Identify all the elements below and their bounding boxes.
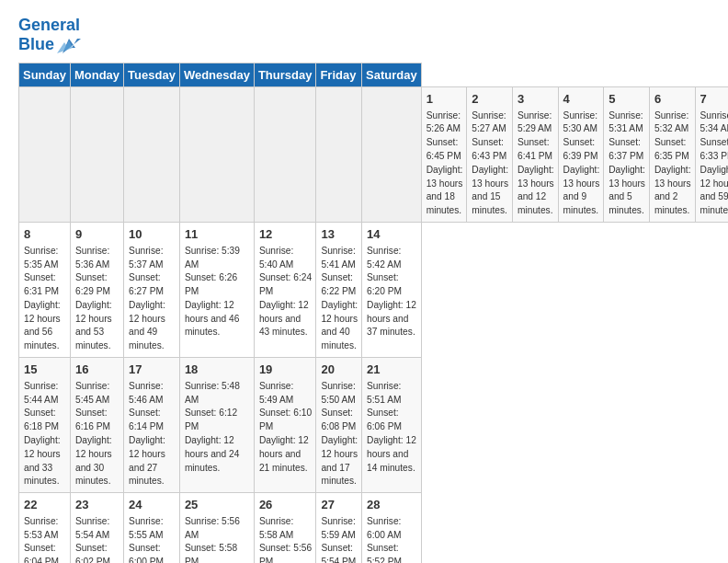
cal-cell: 18Sunrise: 5:48 AMSunset: 6:12 PMDayligh…	[179, 357, 254, 492]
sunset-text: Sunset: 6:35 PM	[654, 137, 689, 161]
sunrise-text: Sunrise: 5:27 AM	[472, 110, 506, 134]
daylight-text: Daylight: 12 hours and 40 minutes.	[321, 300, 358, 350]
sunset-text: Sunset: 6:26 PM	[185, 272, 237, 296]
cal-cell	[254, 86, 316, 222]
day-number: 1	[427, 91, 463, 109]
cal-cell	[19, 86, 71, 222]
sunrise-text: Sunrise: 5:58 AM	[259, 516, 293, 540]
day-number: 17	[129, 362, 176, 379]
day-number: 3	[518, 91, 554, 109]
cal-cell: 10Sunrise: 5:37 AMSunset: 6:27 PMDayligh…	[124, 222, 180, 357]
cal-cell: 21Sunrise: 5:51 AMSunset: 6:06 PMDayligh…	[362, 357, 422, 492]
daylight-text: Daylight: 12 hours and 46 minutes.	[185, 300, 239, 338]
cal-cell: 25Sunrise: 5:56 AMSunset: 5:58 PMDayligh…	[179, 493, 254, 563]
week-row-1: 1Sunrise: 5:26 AMSunset: 6:45 PMDaylight…	[19, 86, 729, 222]
day-number: 9	[75, 226, 119, 244]
day-number: 27	[321, 497, 358, 514]
sunset-text: Sunset: 6:41 PM	[518, 137, 552, 161]
sunset-text: Sunset: 5:52 PM	[367, 543, 402, 563]
day-number: 20	[321, 362, 358, 379]
cal-cell: 23Sunrise: 5:54 AMSunset: 6:02 PMDayligh…	[70, 493, 123, 563]
day-number: 19	[259, 362, 313, 379]
sunrise-text: Sunrise: 5:29 AM	[518, 110, 552, 134]
day-number: 4	[563, 91, 600, 109]
sunset-text: Sunset: 6:12 PM	[185, 408, 237, 431]
col-header-saturday: Saturday	[362, 63, 422, 86]
cal-cell: 7Sunrise: 5:34 AMSunset: 6:33 PMDaylight…	[695, 86, 728, 222]
cal-cell: 19Sunrise: 5:49 AMSunset: 6:10 PMDayligh…	[254, 357, 316, 492]
sunset-text: Sunset: 5:54 PM	[321, 543, 356, 563]
sunrise-text: Sunrise: 5:48 AM	[185, 381, 240, 405]
sunrise-text: Sunrise: 5:45 AM	[75, 381, 109, 405]
sunrise-text: Sunrise: 5:55 AM	[129, 516, 163, 540]
sunrise-text: Sunrise: 5:32 AM	[654, 110, 688, 134]
cal-cell: 11Sunrise: 5:39 AMSunset: 6:26 PMDayligh…	[179, 222, 254, 357]
day-number: 2	[472, 91, 508, 109]
week-row-3: 15Sunrise: 5:44 AMSunset: 6:18 PMDayligh…	[19, 357, 729, 492]
day-number: 10	[129, 226, 176, 244]
day-number: 7	[700, 91, 728, 109]
cal-cell: 16Sunrise: 5:45 AMSunset: 6:16 PMDayligh…	[70, 357, 123, 492]
col-header-tuesday: Tuesday	[124, 63, 180, 86]
sunset-text: Sunset: 6:20 PM	[367, 272, 402, 296]
daylight-text: Daylight: 12 hours and 43 minutes.	[259, 300, 309, 338]
daylight-text: Daylight: 12 hours and 33 minutes.	[24, 435, 61, 486]
daylight-text: Daylight: 13 hours and 5 minutes.	[609, 165, 645, 215]
sunrise-text: Sunrise: 5:46 AM	[129, 381, 163, 405]
day-number: 24	[129, 497, 176, 514]
daylight-text: Daylight: 12 hours and 53 minutes.	[75, 300, 112, 350]
sunrise-text: Sunrise: 5:54 AM	[75, 516, 109, 540]
day-number: 16	[75, 362, 119, 379]
week-row-4: 22Sunrise: 5:53 AMSunset: 6:04 PMDayligh…	[19, 493, 729, 563]
cal-cell: 6Sunrise: 5:32 AMSunset: 6:35 PMDaylight…	[649, 86, 695, 222]
logo-text: General	[18, 17, 81, 35]
day-number: 13	[321, 226, 358, 244]
sunrise-text: Sunrise: 5:40 AM	[259, 246, 293, 270]
sunset-text: Sunset: 6:02 PM	[75, 543, 110, 563]
day-number: 28	[367, 497, 417, 514]
daylight-text: Daylight: 12 hours and 27 minutes.	[129, 435, 165, 486]
sunset-text: Sunset: 6:24 PM	[259, 272, 312, 296]
sunrise-text: Sunrise: 5:51 AM	[367, 381, 401, 405]
cal-cell	[124, 86, 180, 222]
daylight-text: Daylight: 12 hours and 14 minutes.	[367, 435, 416, 473]
daylight-text: Daylight: 12 hours and 30 minutes.	[75, 435, 112, 486]
day-number: 22	[24, 497, 66, 514]
day-number: 18	[185, 362, 250, 379]
sunset-text: Sunset: 6:18 PM	[24, 408, 59, 431]
sunrise-text: Sunrise: 5:41 AM	[321, 246, 355, 270]
cal-cell	[70, 86, 123, 222]
sunrise-text: Sunrise: 5:44 AM	[24, 381, 58, 405]
sunset-text: Sunset: 6:43 PM	[472, 137, 506, 161]
day-number: 21	[367, 362, 417, 379]
calendar-table: SundayMondayTuesdayWednesdayThursdayFrid…	[18, 63, 728, 563]
sunrise-text: Sunrise: 5:50 AM	[321, 381, 355, 405]
cal-cell: 24Sunrise: 5:55 AMSunset: 6:00 PMDayligh…	[124, 493, 180, 563]
daylight-text: Daylight: 12 hours and 56 minutes.	[24, 300, 61, 350]
sunset-text: Sunset: 6:37 PM	[609, 137, 643, 161]
sunset-text: Sunset: 6:31 PM	[24, 272, 59, 296]
header-row: SundayMondayTuesdayWednesdayThursdayFrid…	[19, 63, 729, 86]
day-number: 12	[259, 226, 313, 244]
sunrise-text: Sunrise: 5:36 AM	[75, 246, 109, 270]
cal-cell: 2Sunrise: 5:27 AMSunset: 6:43 PMDaylight…	[467, 86, 513, 222]
day-number: 6	[654, 91, 691, 109]
header: General Blue	[18, 17, 710, 55]
daylight-text: Daylight: 13 hours and 9 minutes.	[563, 165, 600, 215]
sunset-text: Sunset: 6:04 PM	[24, 543, 59, 563]
sunrise-text: Sunrise: 5:39 AM	[185, 246, 240, 270]
col-header-friday: Friday	[316, 63, 362, 86]
daylight-text: Daylight: 12 hours and 17 minutes.	[321, 435, 358, 486]
cal-cell	[179, 86, 254, 222]
cal-cell: 4Sunrise: 5:30 AMSunset: 6:39 PMDaylight…	[558, 86, 604, 222]
cal-cell: 20Sunrise: 5:50 AMSunset: 6:08 PMDayligh…	[316, 357, 362, 492]
day-number: 11	[185, 226, 250, 244]
week-row-2: 8Sunrise: 5:35 AMSunset: 6:31 PMDaylight…	[19, 222, 729, 357]
cal-cell: 14Sunrise: 5:42 AMSunset: 6:20 PMDayligh…	[362, 222, 422, 357]
day-number: 25	[185, 497, 250, 514]
logo-blue: Blue	[18, 36, 54, 54]
cal-cell: 1Sunrise: 5:26 AMSunset: 6:45 PMDaylight…	[421, 86, 467, 222]
cal-cell: 28Sunrise: 6:00 AMSunset: 5:52 PMDayligh…	[362, 493, 422, 563]
cal-cell: 9Sunrise: 5:36 AMSunset: 6:29 PMDaylight…	[70, 222, 123, 357]
logo: General Blue	[18, 17, 81, 55]
